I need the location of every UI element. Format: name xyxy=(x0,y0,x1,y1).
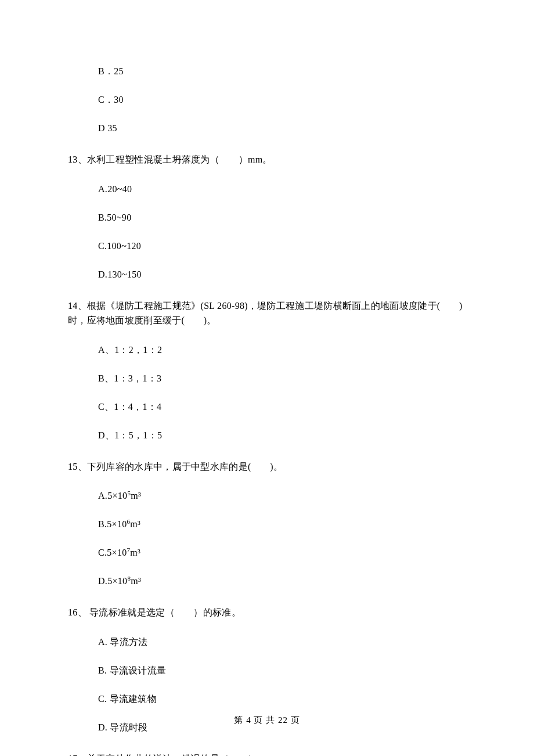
question-12-continuation: B．25 C．30 D 35 xyxy=(68,67,466,133)
option-b: B.50~90 xyxy=(98,213,466,222)
option-a: A. 导流方法 xyxy=(98,638,466,647)
option-c: C．30 xyxy=(98,95,466,105)
question-text: 17、关于高处作业的说法，错误的是（ ）。 xyxy=(68,751,466,756)
question-text: 15、下列库容的水库中，属于中型水库的是( )。 xyxy=(68,459,466,474)
option-b: B. 导流设计流量 xyxy=(98,666,466,675)
option-b: B.5×106m³ xyxy=(98,520,466,529)
question-14: 14、根据《堤防工程施工规范》(SL 260-98)，堤防工程施工堤防横断面上的… xyxy=(68,298,466,440)
question-text: 16、 导流标准就是选定（ ）的标准。 xyxy=(68,605,466,620)
option-b: B、1：3，1：3 xyxy=(98,374,466,383)
question-13: 13、水利工程塑性混凝土坍落度为（ ）mm。 A.20~40 B.50~90 C… xyxy=(68,152,466,279)
question-text: 14、根据《堤防工程施工规范》(SL 260-98)，堤防工程施工堤防横断面上的… xyxy=(68,298,466,328)
option-d: D.130~150 xyxy=(98,270,466,279)
page-footer: 第 4 页 共 22 页 xyxy=(0,715,534,726)
option-d: D.5×108m³ xyxy=(98,577,466,586)
option-c: C、1：4，1：4 xyxy=(98,402,466,412)
question-16: 16、 导流标准就是选定（ ）的标准。 A. 导流方法 B. 导流设计流量 C.… xyxy=(68,605,466,732)
option-c: C. 导流建筑物 xyxy=(98,694,466,704)
option-d: D 35 xyxy=(98,124,466,133)
question-text: 13、水利工程塑性混凝土坍落度为（ ）mm。 xyxy=(68,152,466,167)
option-a: A.5×105m³ xyxy=(98,491,466,501)
option-a: A、1：2，1：2 xyxy=(98,345,466,355)
question-15: 15、下列库容的水库中，属于中型水库的是( )。 A.5×105m³ B.5×1… xyxy=(68,459,466,586)
question-17: 17、关于高处作业的说法，错误的是（ ）。 xyxy=(68,751,466,756)
option-c: C.5×107m³ xyxy=(98,548,466,557)
option-d: D、1：5，1：5 xyxy=(98,431,466,440)
option-b: B．25 xyxy=(98,67,466,76)
option-a: A.20~40 xyxy=(98,185,466,194)
option-c: C.100~120 xyxy=(98,242,466,251)
